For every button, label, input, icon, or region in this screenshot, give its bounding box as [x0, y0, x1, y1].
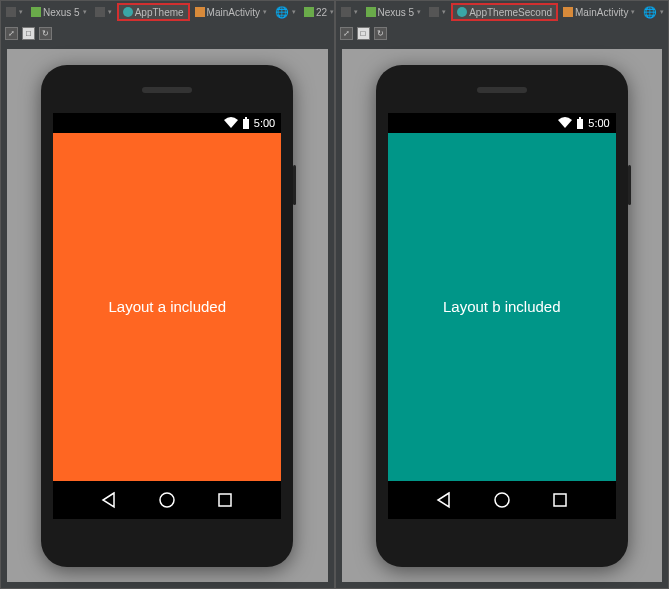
back-button[interactable] — [435, 491, 453, 509]
wifi-icon — [224, 117, 238, 129]
config-dropdown[interactable]: ▾ — [338, 6, 361, 18]
zoom-fit-button[interactable]: ⤢ — [340, 27, 353, 40]
device-icon — [31, 7, 41, 17]
svg-point-2 — [160, 493, 174, 507]
battery-icon — [576, 117, 584, 129]
device-frame: 5:00 Layout a included — [41, 65, 293, 567]
recents-button[interactable] — [216, 491, 234, 509]
design-toolbar-secondary: ⤢ □ ↻ — [336, 23, 669, 43]
battery-icon — [242, 117, 250, 129]
status-time: 5:00 — [254, 117, 275, 129]
chevron-down-icon: ▾ — [417, 8, 421, 16]
preview-pane-right: ▾ Nexus 5 ▾ ▾ AppThemeSecond MainActivit… — [335, 0, 670, 589]
layout-preview: 5:00 Layout a included — [7, 49, 328, 582]
svg-rect-3 — [219, 494, 231, 506]
theme-icon — [123, 7, 133, 17]
globe-icon: 🌐 — [643, 6, 657, 19]
device-screen: 5:00 Layout b included — [388, 113, 616, 519]
chevron-down-icon: ▾ — [108, 8, 112, 16]
activity-icon — [195, 7, 205, 17]
device-label: Nexus 5 — [378, 7, 415, 18]
recents-button[interactable] — [551, 491, 569, 509]
home-button[interactable] — [158, 491, 176, 509]
config-icon — [341, 7, 351, 17]
status-bar: 5:00 — [388, 113, 616, 133]
locale-dropdown[interactable]: 🌐 ▾ — [272, 5, 299, 20]
device-dropdown[interactable]: Nexus 5 ▾ — [363, 6, 425, 19]
orientation-icon — [429, 7, 439, 17]
status-time: 5:00 — [588, 117, 609, 129]
device-label: Nexus 5 — [43, 7, 80, 18]
chevron-down-icon: ▾ — [292, 8, 296, 16]
navigation-bar — [388, 481, 616, 519]
preview-pane-left: ▾ Nexus 5 ▾ ▾ AppTheme MainActivity ▾ 🌐 … — [0, 0, 335, 589]
activity-dropdown[interactable]: MainActivity ▾ — [192, 6, 270, 19]
design-toolbar-secondary: ⤢ □ ↻ — [1, 23, 334, 43]
activity-icon — [563, 7, 573, 17]
chevron-down-icon: ▾ — [83, 8, 87, 16]
svg-rect-1 — [245, 117, 247, 119]
chevron-down-icon: ▾ — [19, 8, 23, 16]
svg-point-6 — [495, 493, 509, 507]
status-bar: 5:00 — [53, 113, 281, 133]
zoom-fit-button[interactable]: ⤢ — [5, 27, 18, 40]
api-label: 22 — [316, 7, 327, 18]
layout-preview: 5:00 Layout b included — [342, 49, 663, 582]
refresh-button[interactable]: ↻ — [374, 27, 387, 40]
svg-rect-7 — [554, 494, 566, 506]
chevron-down-icon: ▾ — [660, 8, 664, 16]
view-mode-button[interactable]: □ — [357, 27, 370, 40]
orientation-dropdown[interactable]: ▾ — [92, 6, 115, 18]
device-frame: 5:00 Layout b included — [376, 65, 628, 567]
design-toolbar: ▾ Nexus 5 ▾ ▾ AppTheme MainActivity ▾ 🌐 … — [1, 1, 334, 23]
svg-rect-0 — [243, 119, 249, 129]
device-screen: 5:00 Layout a included — [53, 113, 281, 519]
chevron-down-icon: ▾ — [330, 8, 333, 16]
layout-content: Layout b included — [388, 133, 616, 481]
theme-icon — [457, 7, 467, 17]
globe-icon: 🌐 — [275, 6, 289, 19]
chevron-down-icon: ▾ — [354, 8, 358, 16]
back-button[interactable] — [100, 491, 118, 509]
content-text: Layout b included — [443, 298, 561, 315]
locale-dropdown[interactable]: 🌐 ▾ — [640, 5, 667, 20]
home-button[interactable] — [493, 491, 511, 509]
config-icon — [6, 7, 16, 17]
activity-label: MainActivity — [207, 7, 260, 18]
svg-rect-5 — [579, 117, 581, 119]
device-dropdown[interactable]: Nexus 5 ▾ — [28, 6, 90, 19]
chevron-down-icon: ▾ — [442, 8, 446, 16]
orientation-dropdown[interactable]: ▾ — [426, 6, 449, 18]
navigation-bar — [53, 481, 281, 519]
orientation-icon — [95, 7, 105, 17]
chevron-down-icon: ▾ — [631, 8, 635, 16]
theme-dropdown[interactable]: AppTheme — [117, 3, 190, 21]
design-toolbar: ▾ Nexus 5 ▾ ▾ AppThemeSecond MainActivit… — [336, 1, 669, 23]
layout-content: Layout a included — [53, 133, 281, 481]
theme-label: AppThemeSecond — [469, 7, 552, 18]
content-text: Layout a included — [108, 298, 226, 315]
svg-rect-4 — [577, 119, 583, 129]
api-dropdown[interactable]: 22 ▾ — [301, 6, 334, 19]
refresh-button[interactable]: ↻ — [39, 27, 52, 40]
theme-label: AppTheme — [135, 7, 184, 18]
device-icon — [366, 7, 376, 17]
config-dropdown[interactable]: ▾ — [3, 6, 26, 18]
activity-dropdown[interactable]: MainActivity ▾ — [560, 6, 638, 19]
theme-dropdown[interactable]: AppThemeSecond — [451, 3, 558, 21]
chevron-down-icon: ▾ — [263, 8, 267, 16]
view-mode-button[interactable]: □ — [22, 27, 35, 40]
wifi-icon — [558, 117, 572, 129]
android-icon — [304, 7, 314, 17]
activity-label: MainActivity — [575, 7, 628, 18]
